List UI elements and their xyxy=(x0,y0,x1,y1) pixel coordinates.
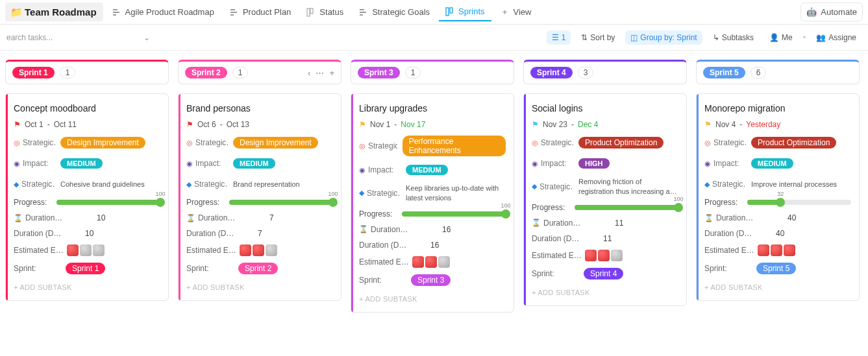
progress-row[interactable]: Progress: 32 xyxy=(704,198,851,207)
add-subtask-button[interactable]: + ADD SUBTASK xyxy=(359,292,506,303)
sprint-badge[interactable]: Sprint 3 xyxy=(411,274,451,286)
svg-rect-8 xyxy=(360,9,364,10)
progress-track[interactable]: 100 xyxy=(575,205,678,210)
tab-strategic-goals[interactable]: Strategic Goals xyxy=(353,3,436,21)
sprint-row: Sprint: Sprint 5 xyxy=(704,263,851,274)
date-range[interactable]: ⚑ Oct 6 - Oct 13 xyxy=(186,120,333,129)
progress-label: Progress: xyxy=(704,198,742,207)
effort-dot xyxy=(771,244,782,256)
date-range[interactable]: ⚑ Nov 23 - Dec 4 xyxy=(532,120,678,129)
impact-pill[interactable]: MEDIUM xyxy=(233,158,275,169)
start-date: Oct 1 xyxy=(25,120,43,129)
progress-track[interactable]: 32 xyxy=(747,200,851,205)
duration-est-row: ⌛ Duration… 7 xyxy=(186,213,333,222)
flag-icon: ⚑ xyxy=(14,120,21,129)
sprint-row: Sprint: Sprint 4 xyxy=(532,268,678,279)
duration-d-value: 11 xyxy=(603,234,612,243)
impact-pill[interactable]: MEDIUM xyxy=(406,165,448,175)
effort-dot xyxy=(611,250,623,261)
subtasks-button[interactable]: ↳ Subtasks xyxy=(708,30,759,45)
filter-chip[interactable]: ☰ 1 xyxy=(547,30,571,45)
sprint-badge[interactable]: Sprint 1 xyxy=(66,263,105,274)
goal-pill[interactable]: Product Optimization xyxy=(578,137,663,148)
effort-dot xyxy=(438,256,450,268)
strategic-goal-row: ◎Strategic… Design Improvement xyxy=(14,136,160,150)
svg-rect-4 xyxy=(230,12,237,13)
sort-by-button[interactable]: ⇅ Sort by xyxy=(576,30,620,45)
assignee-button[interactable]: 👥 Assigne xyxy=(811,30,862,45)
duration-est-value: 16 xyxy=(442,225,451,234)
people-icon: 👥 xyxy=(816,33,826,42)
tab-label: View xyxy=(514,7,532,17)
key-result-row: ◆Strategic… Brand representation xyxy=(186,177,333,191)
tab-product-plan[interactable]: Product Plan xyxy=(223,3,297,21)
date-range[interactable]: ⚑ Oct 1 - Oct 11 xyxy=(14,120,160,129)
strategic-goal-row: ◎Strategic… Product Optimization xyxy=(704,136,851,150)
progress-row[interactable]: Progress: 100 xyxy=(14,198,160,207)
column-header[interactable]: Sprint 5 6 xyxy=(696,60,860,84)
goal-pill[interactable]: Design Improvement xyxy=(233,137,318,148)
date-range[interactable]: ⚑ Nov 4 - Yesterday xyxy=(704,120,851,129)
task-card[interactable]: Concept moodboard ⚑ Oct 1 - Oct 11 ◎Stra… xyxy=(5,93,169,301)
duration-d-row: Duration (D… 40 xyxy=(704,229,851,238)
date-range[interactable]: ⚑ Nov 1 - Nov 17 xyxy=(359,120,506,129)
add-subtask-button[interactable]: + ADD SUBTASK xyxy=(704,281,851,291)
duration-est-value: 7 xyxy=(269,213,274,222)
task-card[interactable]: Library upgrades ⚑ Nov 1 - Nov 17 ◎Strat… xyxy=(351,93,514,313)
column-count: 6 xyxy=(750,67,767,78)
chevron-left-icon[interactable]: ‹ xyxy=(308,68,310,78)
group-by-button[interactable]: ◫ Group by: Sprint xyxy=(625,30,702,45)
board-icon xyxy=(306,8,316,17)
start-date: Oct 6 xyxy=(197,120,216,129)
effort-dot xyxy=(585,250,597,261)
goal-pill[interactable]: Performance Enhancements xyxy=(403,136,506,156)
automate-button[interactable]: 🤖 Automate xyxy=(800,3,863,21)
search-input[interactable]: earch tasks... ⌄ xyxy=(3,30,154,45)
column-header[interactable]: Sprint 2 1 ‹⋯+ xyxy=(178,60,341,84)
me-button[interactable]: 👤 Me xyxy=(764,30,798,45)
duration-d-value: 16 xyxy=(430,241,439,250)
column-header[interactable]: Sprint 3 1 xyxy=(351,60,514,84)
add-subtask-button[interactable]: + ADD SUBTASK xyxy=(532,286,678,296)
goal-pill[interactable]: Product Optimization xyxy=(751,137,836,148)
tab-agile[interactable]: Agile Product Roadmap xyxy=(106,3,221,21)
flag-icon: ⚑ xyxy=(532,120,539,129)
plus-icon[interactable]: + xyxy=(329,68,334,78)
column-header[interactable]: Sprint 4 3 xyxy=(523,60,687,84)
end-date: Dec 4 xyxy=(578,120,598,129)
add-subtask-button[interactable]: + ADD SUBTASK xyxy=(186,281,333,291)
target-icon: ◎ xyxy=(186,139,193,147)
progress-track[interactable]: 100 xyxy=(402,211,506,217)
more-icon[interactable]: ⋯ xyxy=(316,68,324,78)
goal-pill[interactable]: Design Improvement xyxy=(60,137,145,148)
add-subtask-button[interactable]: + ADD SUBTASK xyxy=(14,281,160,291)
impact-pill[interactable]: MEDIUM xyxy=(751,158,793,169)
impact-pill[interactable]: HIGH xyxy=(578,158,610,169)
progress-label: Progress: xyxy=(532,203,569,212)
task-card[interactable]: Brand personas ⚑ Oct 6 - Oct 13 ◎Strateg… xyxy=(178,93,341,301)
task-card[interactable]: Social logins ⚑ Nov 23 - Dec 4 ◎Strategi… xyxy=(523,93,687,306)
column-count: 1 xyxy=(405,67,421,78)
tab-main[interactable]: 📁 Team Roadmap xyxy=(5,3,103,21)
progress-row[interactable]: Progress: 100 xyxy=(186,198,333,207)
progress-row[interactable]: Progress: 100 xyxy=(359,209,506,219)
task-title: Brand personas xyxy=(186,103,333,113)
progress-track[interactable]: 100 xyxy=(56,200,160,205)
sprint-badge[interactable]: Sprint 5 xyxy=(756,263,796,274)
task-card[interactable]: Monorepo migration ⚑ Nov 4 - Yesterday ◎… xyxy=(696,93,860,301)
column-header[interactable]: Sprint 1 1 xyxy=(5,60,169,84)
flag-icon: ⚑ xyxy=(359,120,366,129)
sprint-badge[interactable]: Sprint 4 xyxy=(584,268,623,279)
end-date: Yesterday xyxy=(746,120,780,129)
key-result-text: Removing friction of registration thus i… xyxy=(578,177,678,196)
sprint-badge[interactable]: Sprint 2 xyxy=(238,263,278,274)
progress-row[interactable]: Progress: 100 xyxy=(532,203,678,212)
impact-pill[interactable]: MEDIUM xyxy=(60,158,103,169)
tab-add-view[interactable]: + View xyxy=(494,3,538,21)
diamond-icon: ◆ xyxy=(14,180,19,189)
tab-sprints[interactable]: Sprints xyxy=(439,3,491,21)
tab-status[interactable]: Status xyxy=(300,3,350,21)
progress-label: Progress: xyxy=(186,198,224,207)
duration-est-row: ⌛ Duration… 16 xyxy=(359,225,506,234)
progress-track[interactable]: 100 xyxy=(229,200,333,205)
